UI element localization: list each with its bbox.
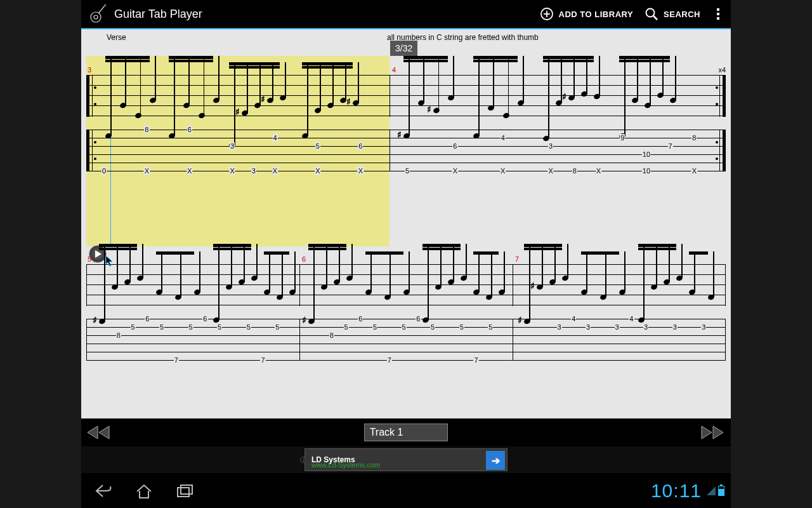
tab-fret: X [144,167,150,175]
tab-fret: 7 [473,356,478,364]
tab-fret: 10 [642,150,651,158]
tab-fret: 3 [586,323,591,331]
measure-counter: 3/32 [390,41,417,56]
tab-fret: X [315,167,320,175]
tab-fret: 5 [217,323,222,331]
overflow-menu-button[interactable] [712,8,724,20]
rewind-button[interactable] [86,425,112,440]
tab-fret: X [452,167,458,175]
tab-fret: 3 [251,167,256,175]
tab-fret: 8 [691,134,697,142]
tab-fret: 5 [315,142,320,150]
svg-line-3 [105,4,106,6]
tab-fret: X [691,167,697,175]
tab-fret: 6 [452,142,457,150]
tab-fret: 8 [572,167,577,175]
add-label: ADD TO LIBRARY [559,10,634,19]
tab-fret: 5 [430,323,435,331]
measure-number-6: 6 [302,255,306,263]
repeat-start-bar [86,75,93,117]
repeat-count: x4 [718,66,726,74]
mouse-cursor-icon [105,255,114,267]
tab-fret: 5 [275,323,280,331]
section-label: Verse [107,33,126,42]
tab-fret: 5 [372,323,377,331]
tab-fret: X [596,167,601,175]
search-label: SEARCH [664,10,700,19]
svg-rect-9 [178,488,189,497]
tab-fret: 6 [358,142,363,150]
tab-fret: 5 [405,167,410,175]
svg-line-8 [653,16,657,20]
track-selector[interactable]: Track 1 [364,424,449,441]
tab-fret: 6 [187,126,192,133]
tab-fret: 5 [188,323,193,331]
tab-fret: 5 [402,323,407,331]
tab-fret: 7 [387,356,392,364]
tab-fret: 4 [571,315,576,323]
svg-rect-10 [181,485,192,494]
back-button[interactable] [94,483,113,499]
measure-number-5: 5 [88,255,91,263]
tab-fret: 9 [620,134,625,142]
tab-fret: 5 [459,323,464,331]
svg-line-2 [98,6,105,13]
app-title: Guitar Tab Player [114,8,202,21]
ad-url: www.Ld-Systems.com [311,461,380,469]
tab-fret: 3 [701,323,706,331]
tab-fret: 4 [501,134,506,142]
tab-fret: 6 [202,315,207,323]
svg-point-0 [91,12,101,22]
svg-point-1 [94,15,98,19]
guitar-icon[interactable] [88,3,109,25]
app-bar: Guitar Tab Player ADD TO LIBRARY SEARCH [81,0,731,28]
tab-fret: 3 [643,323,648,331]
sheet-area[interactable]: Verse all numbers in C string are frette… [81,29,731,418]
tab-row-1: 8643560XXX3XXX498637105XXX8X10X [86,130,726,171]
tab-fret: 3 [615,323,620,331]
home-button[interactable] [134,483,154,499]
tab-fret: 3 [230,142,235,150]
system-nav-bar: 10:11 [81,473,731,508]
staff-notation-row1: 3 4 x4 ♯♯♯♯♯♯ [86,75,726,117]
tab-row-2: 665555558776655555587744333333 [86,319,726,361]
tab-fret: 4 [629,315,634,323]
tab-fret: 7 [668,142,673,150]
recents-button[interactable] [175,483,194,499]
staff-notation-row2: 5 6 7 ♯♯♯♯ [86,264,726,306]
ad-bar: ⓘ LD Systems www.Ld-Systems.com ➔ [81,446,731,473]
tab-fret: X [547,167,553,175]
svg-point-7 [646,9,655,17]
tab-fret: X [187,167,192,175]
system-1: 3 4 x4 ♯♯♯♯♯♯ 8643560XXX3XXX498637105XXX… [86,56,726,240]
tab-fret: 0 [102,167,107,175]
tab-fret: X [358,167,363,175]
repeat-end-bar [719,75,726,117]
tab-fret: 10 [642,167,651,175]
ad-go-button[interactable]: ➔ [486,451,505,470]
ad-banner[interactable]: LD Systems www.Ld-Systems.com ➔ [304,448,508,471]
fast-forward-button[interactable] [700,425,726,440]
tab-fret: 5 [246,323,251,331]
tab-fret: X [229,167,235,175]
clock: 10:11 [651,480,702,502]
measure-number-3: 3 [88,66,91,74]
tab-fret: 8 [116,331,121,339]
tab-fret: 7 [260,356,265,364]
tab-fret: 6 [416,315,421,323]
tab-fret: 6 [145,315,150,323]
search-button[interactable]: SEARCH [645,7,700,21]
tab-fret: 5 [343,323,348,331]
tab-fret: 7 [174,356,179,364]
plus-circle-icon [540,7,554,21]
app-window: Guitar Tab Player ADD TO LIBRARY SEARCH … [81,0,731,508]
transport-bar: Track 1 [81,418,731,446]
tab-fret: 3 [672,323,678,331]
measure-number-7: 7 [515,255,519,263]
tab-fret: 8 [329,331,334,339]
measure-number-4: 4 [392,66,396,74]
add-to-library-button[interactable]: ADD TO LIBRARY [540,7,634,21]
signal-icon [707,486,716,495]
battery-icon [718,486,724,496]
tab-fret: X [272,167,278,175]
